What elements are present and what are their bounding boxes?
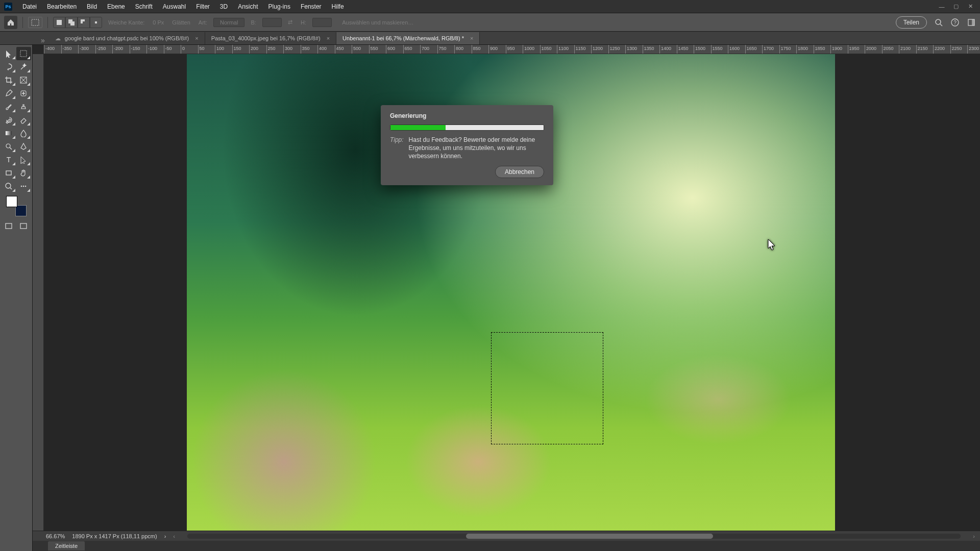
menu-ebene[interactable]: Ebene [102,1,130,12]
scroll-right-icon[interactable]: › [973,533,975,539]
svg-rect-24 [6,171,11,175]
crop-tool[interactable] [1,73,16,87]
path-selection-tool[interactable] [16,153,32,166]
ruler-tick: -300 [78,45,95,54]
scroll-left-icon[interactable]: ‹ [173,533,175,539]
selection-subtract-button[interactable] [78,17,90,28]
ruler-tick: 1200 [591,45,608,54]
menu-ansicht[interactable]: Ansicht [233,1,263,12]
progress-bar [390,124,544,131]
svg-line-22 [10,147,12,149]
screen-mode-icon[interactable] [1,219,16,233]
menu-hilfe[interactable]: Hilfe [327,1,349,12]
ruler-tick: 550 [369,45,386,54]
menu-datei[interactable]: Datei [17,1,42,12]
close-tab-icon[interactable]: × [195,35,198,41]
document-info: 1890 Px x 1417 Px (118,11 ppcm) [72,533,157,539]
ruler-tick: 1450 [677,45,694,54]
search-icon[interactable] [934,18,943,27]
close-tab-icon[interactable]: × [327,35,330,41]
healing-brush-tool[interactable] [16,87,32,100]
rectangle-tool[interactable] [1,166,16,180]
quickmask-icon[interactable] [16,219,32,233]
workspace-switch-icon[interactable] [967,18,976,27]
color-swatches[interactable] [6,196,27,216]
zoom-level[interactable]: 66.67% [46,533,65,539]
history-brush-tool[interactable] [1,113,16,127]
ruler-tick: 800 [454,45,472,54]
gradient-tool[interactable] [1,127,16,140]
frame-tool[interactable] [16,73,32,87]
type-tool[interactable]: T [1,153,16,166]
tip-body: Hast du Feedback? Bewerte oder melde dei… [409,136,544,161]
menu-3d[interactable]: 3D [215,1,233,12]
document-tab[interactable]: ☁google bard und chatgpt.psdc bei 100% (… [49,32,205,44]
app-logo: Ps [4,3,12,11]
scrollbar-thumb[interactable] [466,534,714,539]
hand-tool[interactable] [16,166,32,180]
ruler-tick: 2200 [933,45,950,54]
tabs-scroll-chevron[interactable]: » [37,36,49,44]
document-tab[interactable]: Unbenannt-1 bei 66,7% (Märchenwald, RGB/… [336,32,480,44]
brush-tool[interactable] [1,100,16,113]
menu-schrift[interactable]: Schrift [130,1,158,12]
selection-intersect-button[interactable] [90,17,102,28]
menu-bild[interactable]: Bild [82,1,102,12]
move-tool[interactable] [1,47,16,60]
share-button[interactable]: Teilen [896,16,927,29]
eyedropper-tool[interactable] [1,87,16,100]
ruler-tick: 850 [472,45,489,54]
canvas-zone: -400-350-300-250-200-150-100-50050100150… [33,45,980,551]
home-button[interactable] [4,16,17,29]
more-tool[interactable] [16,180,32,193]
marquee-selection[interactable] [491,332,603,444]
ruler-vertical [33,54,44,531]
pen-tool[interactable] [16,140,32,153]
canvas-viewport[interactable]: Generierung Tipp: Hast du Feedback? Bewe… [44,54,980,531]
help-icon[interactable]: ? [950,18,960,27]
info-chevron-icon[interactable]: › [164,533,166,539]
dodge-tool[interactable] [1,140,16,153]
window-maximize-icon[interactable]: ▢ [950,2,962,11]
svg-rect-3 [70,21,75,26]
marquee-preview-icon[interactable] [28,17,42,28]
ruler-tick: -250 [95,45,113,54]
clone-stamp-tool[interactable] [16,100,32,113]
svg-point-27 [21,186,22,187]
ruler-tick: 150 [232,45,250,54]
lasso-tool[interactable] [1,60,16,73]
menu-fenster[interactable]: Fenster [296,1,327,12]
menu-bearbeiten[interactable]: Bearbeiten [42,1,82,12]
document-tab[interactable]: Pasta_03_4000px.jpeg bei 16,7% (RGB/8#)× [205,32,336,44]
ruler-tick: 250 [266,45,284,54]
selection-add-button[interactable] [65,17,78,28]
cancel-button[interactable]: Abbrechen [495,166,544,178]
ruler-tick: -200 [112,45,130,54]
menu-plug-ins[interactable]: Plug-ins [263,1,296,12]
marquee-tool[interactable] [16,47,32,60]
zoom-tool[interactable] [1,180,16,193]
horizontal-scrollbar[interactable] [187,534,961,539]
svg-rect-8 [95,21,97,23]
menu-auswahl[interactable]: Auswahl [158,1,191,12]
timeline-tab[interactable]: Zeitleiste [48,541,85,550]
svg-text:T: T [6,156,11,164]
ruler-tick: 1500 [694,45,711,54]
document-tab-label: Unbenannt-1 bei 66,7% (Märchenwald, RGB/… [342,35,464,41]
ruler-tick: 1850 [814,45,831,54]
magic-wand-tool[interactable] [16,60,32,73]
window-minimize-icon[interactable]: — [936,2,947,11]
blur-tool[interactable] [16,127,32,140]
height-label: H: [299,19,308,26]
style-dropdown: Normal [213,18,244,27]
foreground-color-swatch[interactable] [6,196,17,207]
selection-new-button[interactable] [53,17,65,28]
window-close-icon[interactable]: ✕ [965,2,976,11]
menu-filter[interactable]: Filter [191,1,215,12]
close-tab-icon[interactable]: × [470,35,473,41]
height-field [312,18,332,27]
ruler-tick: 1950 [848,45,865,54]
ruler-tick: 950 [506,45,523,54]
ruler-tick: 2250 [950,45,968,54]
eraser-tool[interactable] [16,113,32,127]
